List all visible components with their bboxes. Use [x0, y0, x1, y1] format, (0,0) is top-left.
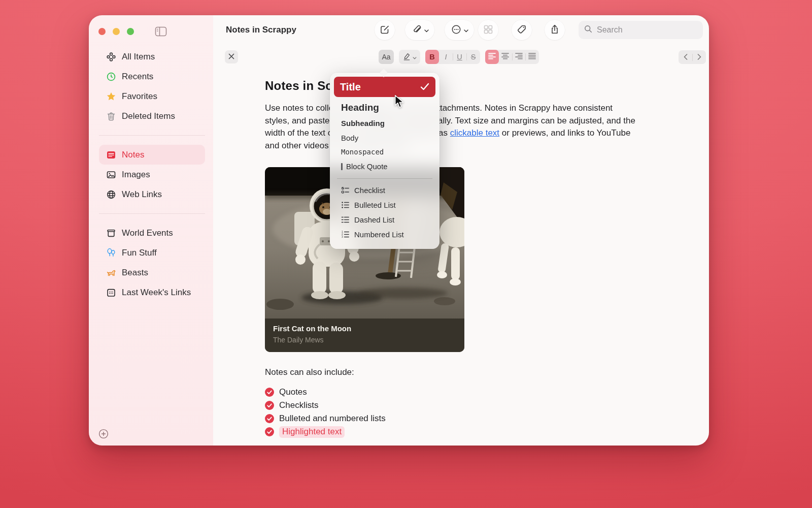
sidebar-item-beasts[interactable]: Beasts: [99, 263, 205, 282]
menu-item-block-quote[interactable]: Block Quote: [334, 159, 435, 174]
search-icon: [584, 24, 593, 36]
search-input[interactable]: [597, 25, 688, 35]
all-items-icon: [106, 51, 116, 62]
menu-item-monospaced[interactable]: Monospaced: [334, 145, 435, 159]
menu-item-checklist[interactable]: Checklist: [334, 183, 435, 198]
sidebar: All Items Recents Favorites: [89, 15, 213, 446]
calendar-icon: [106, 287, 116, 298]
sidebar-item-recents[interactable]: Recents: [99, 67, 205, 86]
sidebar-item-label: Recents: [122, 72, 153, 82]
checkmark-icon: [420, 81, 429, 93]
search-field[interactable]: [579, 21, 703, 39]
tag-button[interactable]: [512, 20, 532, 40]
text-style-button[interactable]: Aa: [379, 50, 394, 64]
align-left-button[interactable]: [485, 50, 499, 64]
close-format-bar-button[interactable]: [225, 50, 238, 64]
svg-text:3: 3: [342, 235, 343, 238]
compose-button[interactable]: [375, 20, 395, 40]
note-icon: [106, 149, 116, 160]
sidebar-item-all-items[interactable]: All Items: [99, 47, 205, 67]
checklist-item: Quotes: [265, 386, 668, 399]
menu-item-dashed-list[interactable]: Dashed List: [334, 212, 435, 227]
menu-item-body[interactable]: Body: [334, 131, 435, 145]
menu-item-label: Subheading: [341, 119, 385, 128]
underline-button[interactable]: U: [453, 50, 466, 64]
new-item-button[interactable]: [98, 428, 109, 439]
menu-item-numbered-list[interactable]: 123 Numbered List: [334, 227, 435, 242]
gallery-view-button[interactable]: [478, 20, 498, 40]
forward-button[interactable]: [692, 50, 706, 65]
checklist: Quotes Checklists Bulleted and numbered …: [265, 386, 668, 438]
note-editor[interactable]: Notes in Scrappy Use notes to collect te…: [213, 66, 709, 446]
back-button[interactable]: [679, 50, 692, 65]
close-window-button[interactable]: [98, 28, 106, 35]
checked-checkbox-icon[interactable]: [265, 401, 274, 410]
checklist-icon: [341, 186, 350, 195]
sidebar-item-fun-stuff[interactable]: Fun Stuff: [99, 243, 205, 263]
checklist-item: Highlighted text: [265, 425, 668, 438]
sidebar-item-notes[interactable]: Notes: [99, 145, 205, 165]
desktop-background: All Items Recents Favorites: [0, 0, 812, 508]
italic-label: I: [445, 53, 447, 61]
attachment-button[interactable]: [405, 20, 434, 40]
sidebar-toggle-icon[interactable]: [155, 26, 167, 37]
sidebar-item-last-weeks-links[interactable]: Last Week's Links: [99, 282, 205, 302]
menu-item-label: Checklist: [354, 186, 385, 195]
sidebar-item-images[interactable]: Images: [99, 165, 205, 184]
menu-item-title[interactable]: Title: [334, 77, 435, 97]
dog-icon: [106, 267, 116, 278]
align-center-button[interactable]: [499, 50, 513, 64]
dashed-list-icon: [341, 215, 350, 224]
chevron-down-icon: [413, 53, 417, 61]
image-caption-source: The Daily Mews: [273, 336, 456, 344]
close-icon: [228, 53, 234, 61]
minimize-window-button[interactable]: [113, 28, 120, 35]
paragraph-line: styles, and pasted text is formatted aut…: [265, 116, 635, 125]
checked-checkbox-icon[interactable]: [265, 414, 274, 423]
sidebar-item-favorites[interactable]: Favorites: [99, 86, 205, 106]
gallery-icon: [483, 24, 494, 37]
sidebar-item-web-links[interactable]: Web Links: [99, 184, 205, 204]
menu-item-label: Bulleted List: [354, 201, 396, 209]
strikethrough-button[interactable]: S: [466, 50, 480, 64]
menu-item-label: Monospaced: [341, 148, 384, 156]
italic-button[interactable]: I: [439, 50, 453, 64]
photo-icon: [106, 169, 116, 180]
note-nav-group: [679, 50, 706, 64]
zoom-window-button[interactable]: [127, 28, 134, 35]
menu-item-subheading[interactable]: Subheading: [334, 116, 435, 131]
share-icon: [549, 24, 560, 37]
alignment-group: [485, 50, 539, 64]
tag-icon: [516, 24, 527, 37]
more-button[interactable]: [445, 20, 474, 40]
checked-checkbox-icon[interactable]: [265, 388, 274, 397]
highlighter-button[interactable]: [399, 50, 420, 64]
menu-item-bulleted-list[interactable]: Bulleted List: [334, 198, 435, 212]
sidebar-item-label: All Items: [122, 52, 155, 62]
align-right-button[interactable]: [512, 50, 526, 64]
bold-label: B: [429, 53, 434, 61]
balloons-icon: [106, 247, 116, 258]
justify-button[interactable]: [526, 50, 539, 64]
menu-divider: [337, 178, 432, 179]
chevron-down-icon: [464, 26, 468, 34]
window-controls: [98, 26, 167, 37]
menu-item-heading[interactable]: Heading: [334, 100, 435, 116]
checklist-item-label: Checklists: [279, 400, 318, 410]
back-icon: [684, 53, 688, 61]
justify-icon: [528, 53, 536, 61]
checklist-item: Bulleted and numbered lists: [265, 412, 668, 425]
sidebar-item-deleted-items[interactable]: Deleted Items: [99, 106, 205, 126]
clickable-text-link[interactable]: clickable text: [450, 128, 499, 138]
sidebar-item-world-events[interactable]: World Events: [99, 223, 205, 243]
menu-item-label: Heading: [341, 102, 379, 113]
sidebar-item-label: Deleted Items: [122, 111, 175, 121]
compose-icon: [379, 24, 390, 37]
align-center-icon: [501, 53, 509, 61]
share-button[interactable]: [545, 20, 565, 40]
checked-checkbox-icon[interactable]: [265, 427, 274, 436]
menu-item-label: Numbered List: [354, 230, 404, 239]
text-style-menu: Title Heading Subheading Body Monospaced: [330, 73, 439, 249]
bold-button[interactable]: B: [425, 50, 439, 64]
sidebar-item-label: World Events: [122, 228, 173, 238]
